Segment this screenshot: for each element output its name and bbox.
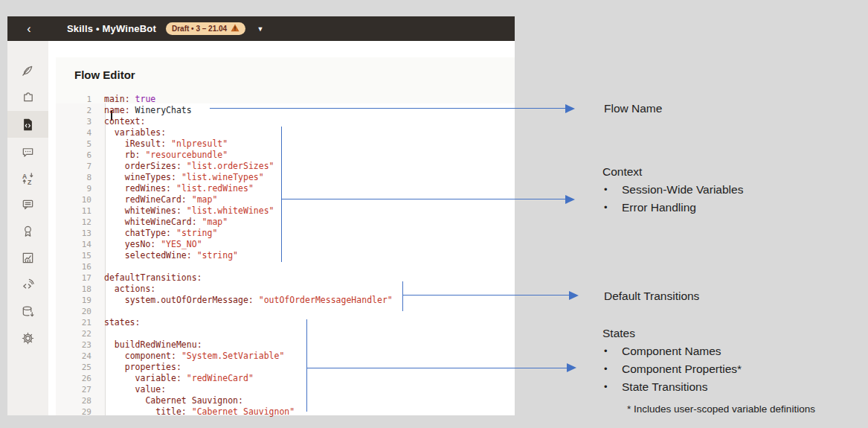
code-line: actions:: [104, 284, 155, 295]
code-signal-icon: [21, 278, 35, 292]
line-number: 12: [56, 217, 91, 228]
page-title: Flow Editor: [74, 68, 135, 81]
states-arrow-line: [307, 368, 567, 368]
chat-dots-icon: [21, 145, 35, 159]
code-line: component: "System.SetVariable": [104, 351, 284, 362]
code-line: variables:: [104, 127, 166, 138]
sidebar-item-chat-lines[interactable]: [7, 191, 48, 217]
code-line: whiteWines: "list.whiteWines": [104, 205, 274, 217]
code-line: yesNo: "YES_NO": [104, 239, 202, 250]
default-transitions-bracket: [402, 281, 403, 311]
code-line: main: true: [104, 94, 155, 105]
line-number: 17: [56, 272, 91, 284]
sidebar-item-settings-gear[interactable]: [7, 325, 48, 351]
code-line: value:: [104, 384, 166, 395]
code-line: whiteWineCard: "map": [104, 217, 228, 228]
sidebar-item-flow-code[interactable]: [7, 111, 48, 138]
settings-gear-icon: [21, 331, 35, 345]
code-line: variable: "redWineCard": [104, 373, 254, 384]
code-line: name: WineryChats: [104, 105, 192, 116]
code-line: properties:: [104, 362, 181, 373]
svg-text:A: A: [22, 172, 27, 179]
flow-name-arrow-head: [565, 104, 575, 113]
line-number: 27: [56, 384, 91, 395]
annotation-states-title: States: [602, 325, 742, 342]
context-arrow-head: [565, 195, 575, 204]
code-line: context:: [104, 116, 145, 127]
translate-sort-icon: AZ: [21, 171, 35, 185]
code-line: Cabernet Sauvignon:: [104, 395, 243, 406]
version-badge-label: Draft • 3 – 21.04: [172, 25, 227, 33]
sidebar-item-code-signal[interactable]: [7, 271, 48, 298]
back-button[interactable]: ‹: [19, 16, 39, 41]
context-bracket: [281, 127, 282, 262]
sidebar-item-chat-dots[interactable]: [7, 138, 48, 165]
line-number: 7: [56, 161, 91, 172]
line-number: 2: [56, 105, 91, 116]
default-transitions-arrow-line: [403, 295, 569, 296]
flow-code-icon: [21, 118, 35, 132]
warning-triangle-icon: [231, 24, 239, 33]
sidebar-item-database-export[interactable]: [7, 298, 48, 325]
code-line: selectedWine: "string": [104, 250, 238, 261]
annotation-context-bullet: Session-Wide Variables: [602, 181, 743, 199]
default-transitions-arrow-head: [569, 291, 579, 300]
line-number: 19: [56, 295, 91, 306]
annotation-states-bullet: State Transitions: [602, 378, 742, 396]
line-number: 14: [56, 239, 91, 250]
code-line: orderSizes: "list.orderSizes": [104, 161, 274, 172]
sidebar-item-puzzle[interactable]: [7, 83, 48, 110]
line-number: 29: [56, 406, 91, 418]
sidebar-item-quill[interactable]: [7, 57, 48, 83]
line-number: 28: [56, 395, 91, 406]
ribbon-icon: [21, 224, 35, 238]
line-number: 21: [56, 317, 91, 328]
annotation-default-transitions: Default Transitions: [604, 287, 699, 305]
code-line: system.outOfOrderMessage: "outOfOrderMes…: [104, 295, 393, 306]
code-line: buildRedWineMenu:: [104, 339, 202, 351]
annotation-context-bullet: Error Handling: [602, 199, 743, 217]
code-line: title: "Cabernet Sauvignon": [104, 406, 295, 418]
line-number: 6: [56, 150, 91, 161]
sidebar-item-insights-chart[interactable]: [7, 244, 48, 271]
annotation-flow-name: Flow Name: [604, 100, 662, 118]
annotation-context-block: Context Session-Wide Variables Error Han…: [602, 163, 743, 217]
states-bracket: [306, 319, 307, 412]
line-number: 18: [56, 284, 91, 295]
sidebar-item-translate-sort[interactable]: AZ: [7, 165, 48, 191]
database-export-icon: [21, 304, 35, 319]
screenshot-root: ‹ Skills • MyWineBot Draft • 3 – 21.04 ▼…: [0, 0, 868, 428]
line-number: 1: [56, 94, 91, 105]
annotation-states-bullet: Component Properties*: [602, 360, 742, 378]
line-number: 23: [56, 339, 91, 351]
code-line: wineTypes: "list.wineTypes": [104, 172, 264, 183]
skill-title: Skills • MyWineBot: [67, 16, 156, 41]
svg-text:Z: Z: [28, 178, 31, 185]
line-number: 22: [56, 328, 91, 339]
line-number: 25: [56, 362, 91, 373]
line-number: 5: [56, 138, 91, 150]
line-number: 24: [56, 351, 91, 362]
states-arrow-head: [567, 363, 576, 372]
back-chevron-icon: ‹: [27, 22, 30, 36]
context-arrow-line: [282, 199, 565, 199]
line-number: 4: [56, 127, 91, 138]
annotation-context-title: Context: [602, 163, 743, 181]
annotation-footnote: * Includes user-scoped variable definiti…: [627, 403, 815, 415]
chat-lines-icon: [21, 197, 35, 211]
line-number: 26: [56, 373, 91, 384]
annotation-states-block: States Component Names Component Propert…: [602, 325, 742, 396]
code-line: redWineCard: "map": [104, 194, 217, 205]
line-number: 10: [56, 194, 91, 205]
code-line: iResult: "nlpresult": [104, 138, 228, 150]
left-nav-sidebar: AZ: [7, 41, 48, 415]
code-line: states:: [104, 317, 140, 328]
line-number: 9: [56, 183, 91, 194]
skill-menu-caret[interactable]: ▼: [253, 16, 268, 41]
code-line: rb: "resourcebundle": [104, 150, 228, 161]
line-number: 11: [56, 205, 91, 217]
code-line: redWines: "list.redWines": [104, 183, 254, 194]
line-number: 3: [56, 116, 91, 127]
line-number: 20: [56, 306, 91, 317]
sidebar-item-ribbon[interactable]: [7, 217, 48, 244]
